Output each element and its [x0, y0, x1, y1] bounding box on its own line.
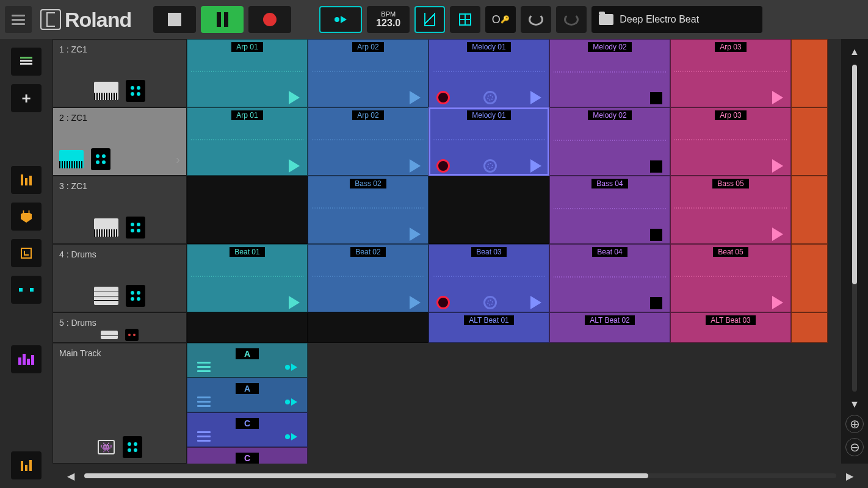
- midi-button[interactable]: [11, 276, 42, 304]
- clip-cell[interactable]: Beat 03: [429, 244, 549, 312]
- track-header-5[interactable]: 5 : Drums: [52, 312, 187, 343]
- clip-settings-icon[interactable]: [483, 159, 497, 173]
- pad-icon[interactable]: [126, 80, 145, 102]
- clip-play-icon[interactable]: [289, 296, 300, 309]
- add-track-button[interactable]: +: [11, 84, 42, 112]
- clip-play-icon[interactable]: [530, 296, 541, 309]
- clip-play-icon[interactable]: [772, 228, 783, 241]
- clip-play-icon[interactable]: [772, 159, 783, 173]
- fx-button[interactable]: [11, 203, 42, 231]
- key-lock-button[interactable]: O🔑: [485, 6, 516, 33]
- clip-settings-icon[interactable]: [483, 296, 497, 309]
- clip-cell[interactable]: Bass 04: [549, 176, 670, 244]
- clip-cell[interactable]: [791, 107, 828, 176]
- clip-record-icon[interactable]: [436, 159, 450, 173]
- record-button[interactable]: [248, 6, 291, 33]
- bpm-display[interactable]: BPM 123.0: [367, 6, 410, 33]
- vertical-scrollbar[interactable]: [852, 65, 857, 392]
- clip-cell[interactable]: Bass 05: [670, 176, 791, 244]
- metronome-button[interactable]: [414, 6, 445, 33]
- scene-menu-icon[interactable]: [197, 396, 211, 407]
- scroll-down-button[interactable]: ▼: [847, 396, 862, 412]
- scene-cell[interactable]: A: [187, 343, 308, 378]
- track-header-3[interactable]: 3 : ZC1: [52, 176, 187, 244]
- redo-button[interactable]: [556, 6, 587, 33]
- clip-play-icon[interactable]: [410, 159, 421, 173]
- piano-roll-button[interactable]: [11, 345, 42, 373]
- master-mixer-button[interactable]: [11, 451, 42, 479]
- track-header-main[interactable]: Main Track 👾: [52, 343, 187, 464]
- clip-cell[interactable]: Arp 03: [670, 39, 791, 107]
- drum-icon[interactable]: [94, 287, 118, 305]
- clip-play-icon[interactable]: [530, 91, 541, 104]
- clip-cell[interactable]: Beat 05: [670, 244, 791, 312]
- horizontal-scrollbar[interactable]: [84, 473, 836, 478]
- clip-play-icon[interactable]: [772, 91, 783, 104]
- scene-play-icon[interactable]: [285, 396, 297, 407]
- scene-menu-icon[interactable]: [197, 431, 211, 442]
- clip-cell[interactable]: Arp 02: [308, 107, 429, 176]
- pad-icon[interactable]: [125, 329, 139, 341]
- clip-cell[interactable]: Melody 01: [429, 39, 549, 107]
- project-selector[interactable]: Deep Electro Beat: [591, 6, 762, 33]
- clip-cell[interactable]: [429, 176, 549, 244]
- clip-settings-icon[interactable]: [483, 91, 497, 104]
- scroll-left-button[interactable]: ◀: [65, 468, 77, 484]
- clip-cell[interactable]: Beat 04: [549, 244, 670, 312]
- clip-cell[interactable]: Arp 01: [187, 107, 308, 176]
- clip-cell[interactable]: [308, 312, 429, 343]
- clip-cell[interactable]: Melody 02: [549, 39, 670, 107]
- pad-icon[interactable]: [126, 217, 145, 239]
- pause-button[interactable]: [201, 6, 244, 33]
- stop-button[interactable]: [153, 6, 196, 33]
- clip-cell[interactable]: Melody 02: [549, 107, 670, 176]
- track-header-2[interactable]: 2 : ZC1 ›: [52, 107, 187, 176]
- menu-button[interactable]: [5, 6, 32, 33]
- pad-icon[interactable]: [91, 148, 110, 170]
- tracks-view-button[interactable]: [11, 48, 42, 76]
- clip-cell[interactable]: Beat 02: [308, 244, 429, 312]
- pad-icon[interactable]: [126, 285, 145, 307]
- scene-cell[interactable]: A: [187, 378, 308, 412]
- clip-cell[interactable]: [791, 39, 828, 107]
- mix-icon[interactable]: 👾: [97, 438, 115, 456]
- routing-button[interactable]: [11, 239, 42, 267]
- clip-cell[interactable]: Bass 02: [308, 176, 429, 244]
- clip-cell[interactable]: ALT Beat 01: [429, 312, 549, 343]
- zoom-in-button[interactable]: ⊕: [845, 415, 864, 433]
- scene-play-icon[interactable]: [285, 362, 297, 372]
- track-header-4[interactable]: 4 : Drums: [52, 244, 187, 312]
- clip-play-icon[interactable]: [289, 91, 300, 104]
- scene-cell[interactable]: C: [187, 447, 308, 464]
- synth-icon[interactable]: [94, 82, 118, 100]
- clip-stop-icon[interactable]: [650, 297, 662, 309]
- clip-cell[interactable]: [791, 176, 828, 244]
- follow-button[interactable]: [319, 6, 362, 33]
- scene-menu-icon[interactable]: [197, 362, 211, 372]
- clip-cell[interactable]: Arp 02: [308, 39, 429, 107]
- pad-icon[interactable]: [123, 436, 142, 458]
- synth-icon[interactable]: [94, 218, 118, 237]
- clip-stop-icon[interactable]: [650, 229, 662, 241]
- scene-cell[interactable]: C: [187, 412, 308, 447]
- scroll-up-button[interactable]: ▲: [847, 44, 862, 60]
- clip-cell[interactable]: Arp 01: [187, 39, 308, 107]
- snap-button[interactable]: [450, 6, 480, 33]
- clip-play-icon[interactable]: [410, 296, 421, 309]
- clip-play-icon[interactable]: [410, 228, 421, 241]
- mixer-button[interactable]: [11, 166, 42, 194]
- clip-play-icon[interactable]: [289, 159, 300, 173]
- clip-cell[interactable]: [791, 312, 828, 343]
- clip-play-icon[interactable]: [772, 296, 783, 309]
- clip-record-icon[interactable]: [436, 91, 450, 104]
- synth-icon[interactable]: [59, 150, 84, 168]
- clip-play-icon[interactable]: [410, 91, 421, 104]
- drum-icon[interactable]: [101, 331, 118, 339]
- clip-cell[interactable]: Beat 01: [187, 244, 308, 312]
- clip-record-icon[interactable]: [436, 296, 450, 309]
- clip-cell[interactable]: ALT Beat 02: [549, 312, 670, 343]
- clip-cell[interactable]: [791, 244, 828, 312]
- clip-cell[interactable]: Melody 01: [429, 107, 549, 176]
- track-header-1[interactable]: 1 : ZC1: [52, 39, 187, 107]
- scene-play-icon[interactable]: [285, 431, 297, 442]
